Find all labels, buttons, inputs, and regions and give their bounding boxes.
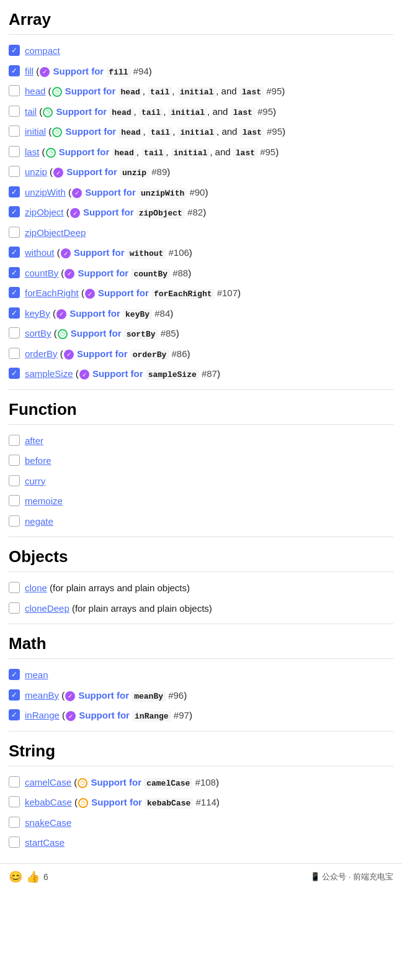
checkbox-last[interactable] [9, 146, 20, 157]
link-countby[interactable]: countBy [25, 268, 58, 278]
link-tail[interactable]: tail [25, 106, 37, 117]
checkbox-clonedeep[interactable] [9, 602, 20, 614]
checkbox-unzipwith[interactable] [9, 186, 20, 197]
section-objects: Objects clone (for plain arrays and plai… [0, 537, 402, 624]
checkbox-startcase[interactable] [9, 837, 20, 848]
list-item: tail (◷ Support for head, tail, initial,… [9, 102, 393, 122]
checkbox-zipobject[interactable] [9, 206, 20, 217]
code-last: last [239, 87, 264, 98]
code-inrange: inRange [132, 711, 171, 722]
issue-num: #90 [189, 187, 205, 197]
clock-icon: ◷ [58, 329, 68, 339]
link-fill[interactable]: fill [25, 66, 34, 76]
checkbox-mean[interactable] [9, 669, 20, 680]
checkbox-inrange[interactable] [9, 709, 20, 720]
support-text: Support for [78, 268, 129, 278]
checkbox-before[interactable] [9, 455, 20, 466]
checkbox-kebabcase[interactable] [9, 796, 20, 807]
checkbox-foreachright[interactable] [9, 287, 20, 298]
link-startcase[interactable]: startCase [25, 837, 65, 848]
link-kebabcase[interactable]: kebabCase [25, 797, 72, 807]
link-after[interactable]: after [25, 435, 43, 446]
item-text-initial: initial (◷ Support for head, tail, initi… [25, 125, 393, 139]
link-inrange[interactable]: inRange [25, 710, 60, 720]
clock-icon: ◷ [52, 87, 62, 97]
link-snakecase[interactable]: snakeCase [25, 817, 71, 828]
item-text-inrange: inRange (✓ Support for inRange #97) [25, 709, 393, 723]
link-memoize[interactable]: memoize [25, 496, 63, 506]
checkbox-after[interactable] [9, 435, 20, 446]
link-clone[interactable]: clone [25, 583, 47, 593]
item-text-curry: curry [25, 474, 393, 489]
link-samplesize[interactable]: sampleSize [25, 368, 73, 379]
footer: 😊 👍 6 📱 公众号 · 前端充电宝 [0, 863, 402, 890]
link-negate[interactable]: negate [25, 516, 53, 527]
checkbox-sortby[interactable] [9, 327, 20, 338]
link-keyby[interactable]: keyBy [25, 308, 50, 319]
checkbox-zipobjectdeep[interactable] [9, 227, 20, 238]
link-compact[interactable]: compact [25, 45, 60, 56]
code-sortby: sortBy [124, 329, 158, 340]
clock-icon: ◷ [52, 127, 62, 137]
check-icon: ✓ [56, 309, 66, 319]
issue-num: #88 [172, 268, 188, 278]
checkbox-orderby[interactable] [9, 348, 20, 359]
list-item: unzip (✓ Support for unzip #89) [9, 162, 393, 183]
link-foreachright[interactable]: forEachRight [25, 288, 79, 298]
link-initial[interactable]: initial [25, 126, 46, 137]
link-sortby[interactable]: sortBy [25, 328, 51, 338]
code-head: head [118, 87, 143, 98]
link-without[interactable]: without [25, 247, 55, 258]
item-text-startcase: startCase [25, 836, 393, 850]
list-item: mean [9, 665, 393, 686]
checkbox-keyby[interactable] [9, 307, 20, 319]
link-mean[interactable]: mean [25, 669, 48, 680]
checkbox-fill[interactable] [9, 65, 20, 76]
link-unzipwith[interactable]: unzipWith [25, 187, 66, 197]
section-math: Math mean meanBy (✓ Support for meanBy #… [0, 624, 402, 731]
link-clonedeep[interactable]: cloneDeep [25, 603, 69, 614]
checkbox-tail[interactable] [9, 106, 20, 117]
list-item: fill (✓ Support for fill #94) [9, 61, 393, 82]
link-zipobjectdeep[interactable]: zipObjectDeep [25, 227, 86, 238]
checkbox-head[interactable] [9, 85, 20, 96]
section-title-objects: Objects [9, 547, 393, 572]
checkbox-meanby[interactable] [9, 689, 20, 701]
check-icon: ✓ [85, 289, 95, 299]
link-meanby[interactable]: meanBy [25, 690, 59, 701]
link-orderby[interactable]: orderBy [25, 348, 58, 359]
list-item: countBy (✓ Support for countBy #88) [9, 263, 393, 284]
link-zipobject[interactable]: zipObject [25, 207, 64, 217]
support-text: Support for [53, 66, 104, 76]
checkbox-clone[interactable] [9, 582, 20, 593]
checkbox-snakecase[interactable] [9, 817, 20, 828]
checkbox-countby[interactable] [9, 267, 20, 278]
list-item: curry [9, 471, 393, 492]
checkbox-initial[interactable] [9, 125, 20, 137]
link-last[interactable]: last [25, 147, 39, 157]
link-curry[interactable]: curry [25, 476, 45, 486]
checkbox-compact[interactable] [9, 45, 20, 56]
item-text-unzip: unzip (✓ Support for unzip #89) [25, 165, 393, 179]
checkbox-camelcase[interactable] [9, 776, 20, 787]
reaction-count: 6 [43, 872, 48, 882]
link-before[interactable]: before [25, 455, 51, 466]
checkbox-curry[interactable] [9, 475, 20, 486]
checkbox-negate[interactable] [9, 515, 20, 527]
link-unzip[interactable]: unzip [25, 166, 47, 177]
link-camelcase[interactable]: camelCase [25, 777, 71, 787]
checkbox-memoize[interactable] [9, 495, 20, 506]
list-item: meanBy (✓ Support for meanBy #96) [9, 686, 393, 706]
clock-yellow-icon: ◷ [78, 798, 88, 808]
checkbox-samplesize[interactable] [9, 368, 20, 379]
list-item: forEachRight (✓ Support for forEachRight… [9, 283, 393, 304]
check-icon: ✓ [40, 67, 50, 77]
code-initial: initial [177, 127, 217, 138]
wechat-icon: 📱 [310, 872, 320, 881]
code-initial: initial [177, 87, 217, 98]
checkbox-without[interactable] [9, 247, 20, 258]
list-item: sampleSize (✓ Support for sampleSize #87… [9, 364, 393, 384]
checkbox-unzip[interactable] [9, 166, 20, 177]
code-tail: tail [139, 107, 163, 118]
link-head[interactable]: head [25, 86, 45, 96]
